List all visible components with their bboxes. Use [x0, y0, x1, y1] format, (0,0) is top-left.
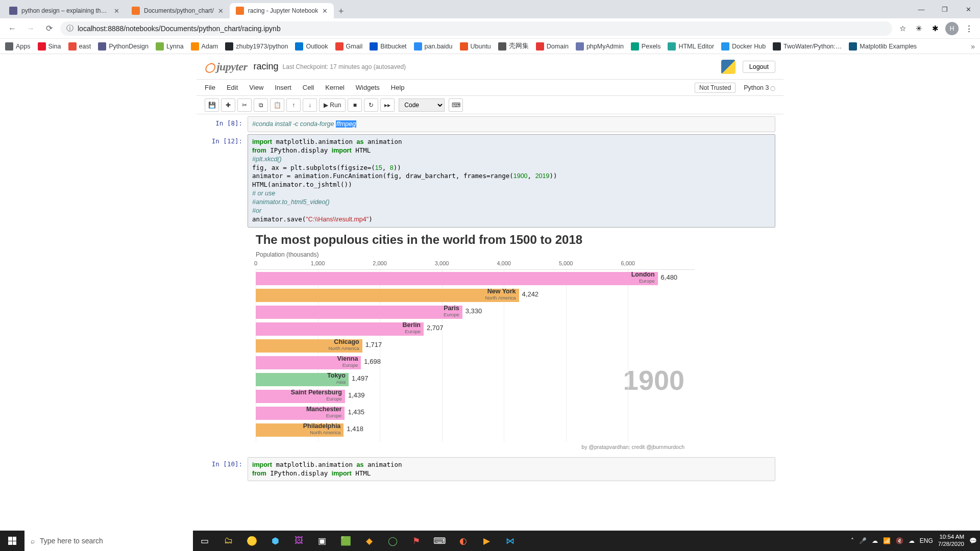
url-bar[interactable]: ⓘ localhost:8888/notebooks/Documents/pyt… [60, 21, 892, 36]
close-window-button[interactable]: ✕ [957, 0, 980, 18]
code-cell[interactable]: In [10]: import matplotlib.animation as … [205, 457, 775, 482]
nav-reload-button[interactable]: ⟳ [42, 21, 56, 36]
save-button[interactable]: 💾 [205, 98, 219, 112]
tray-chevron-icon[interactable]: ˄ [851, 537, 854, 544]
tab-close-icon[interactable]: ✕ [114, 7, 119, 15]
ext-icon-1[interactable]: ✳ [913, 22, 925, 35]
code-cell[interactable]: In [8]: #conda install -c conda-forge ff… [205, 116, 775, 132]
minimize-button[interactable]: — [910, 0, 933, 18]
tray-weather-icon[interactable]: ☁ [909, 537, 915, 544]
tray-notifications-icon[interactable]: 💬 [969, 537, 977, 544]
code-content[interactable]: #conda install -c conda-forge ffmpeg [252, 120, 771, 129]
menu-widgets[interactable]: Widgets [356, 84, 380, 91]
bookmark-item[interactable]: Lynna [156, 42, 184, 51]
command-palette-button[interactable]: ⌨ [449, 98, 463, 112]
menu-file[interactable]: File [205, 84, 215, 91]
nav-back-button[interactable]: ← [5, 21, 19, 36]
bookmarks-overflow[interactable]: » [971, 42, 975, 51]
bookmark-item[interactable]: Pexels [631, 42, 661, 51]
copy-button[interactable]: ⧉ [254, 98, 268, 112]
tab-close-icon[interactable]: ✕ [218, 7, 224, 15]
logout-button[interactable]: Logout [743, 61, 775, 73]
app-icon[interactable]: ◐ [451, 531, 475, 551]
nav-forward-button[interactable]: → [23, 21, 38, 36]
star-icon[interactable]: ☆ [896, 22, 909, 35]
chrome-icon[interactable]: 🟡 [240, 531, 263, 551]
browser-tab[interactable]: Documents/python_chart/✕ [126, 3, 230, 18]
tray-volume-icon[interactable]: 🔇 [896, 537, 903, 544]
menu-kernel[interactable]: Kernel [325, 84, 345, 91]
move-up-button[interactable]: ↑ [286, 98, 301, 112]
menu-view[interactable]: View [249, 84, 263, 91]
app-icon[interactable]: ⌨ [428, 531, 451, 551]
menu-help[interactable]: Help [391, 84, 405, 91]
menu-edit[interactable]: Edit [227, 84, 238, 91]
ext-icon-2[interactable]: ✱ [929, 22, 941, 35]
bookmark-item[interactable]: zhuby1973/python [225, 42, 288, 51]
notebook-name[interactable]: racing [254, 61, 279, 72]
cut-button[interactable]: ✂ [237, 98, 252, 112]
app-icon[interactable]: 🖼 [287, 531, 310, 551]
file-explorer-icon[interactable]: 🗂 [216, 531, 240, 551]
trust-indicator[interactable]: Not Trusted [695, 83, 736, 93]
bookmark-item[interactable]: phpMyAdmin [576, 42, 624, 51]
app-icon[interactable]: 🟩 [334, 531, 357, 551]
bookmark-item[interactable]: pan.baidu [414, 42, 453, 51]
start-button[interactable] [0, 531, 24, 551]
browser-tab[interactable]: racing - Jupyter Notebook✕ [230, 3, 334, 18]
bookmark-item[interactable]: Bitbucket [370, 42, 406, 51]
tray-mic-icon[interactable]: 🎤 [859, 537, 867, 544]
tray-lang[interactable]: ENG [920, 537, 933, 544]
chrome-menu-icon[interactable]: ⋮ [963, 22, 975, 35]
site-info-icon[interactable]: ⓘ [66, 24, 74, 33]
restart-run-all-button[interactable]: ▸▸ [380, 98, 395, 112]
bookmark-item[interactable]: Ubuntu [460, 42, 491, 51]
stop-button[interactable]: ■ [348, 98, 362, 112]
tray-onedrive-icon[interactable]: ☁ [872, 537, 878, 544]
bookmark-item[interactable]: Matplotlib Examples [849, 42, 917, 51]
app-icon[interactable]: ⬢ [263, 531, 287, 551]
code-cell-selected[interactable]: In [12]: import matplotlib.animation as … [205, 134, 775, 228]
bookmark-item[interactable]: east [68, 42, 91, 51]
restart-button[interactable]: ↻ [364, 98, 378, 112]
paste-button[interactable]: 📋 [270, 98, 284, 112]
bookmark-item[interactable]: 壳网集 [498, 42, 529, 51]
jupyter-logo[interactable]: jupyter [205, 60, 248, 73]
bookmark-item[interactable]: TwoWater/Python:… [773, 42, 842, 51]
app-icon[interactable]: ⚑ [404, 531, 428, 551]
tab-close-icon[interactable]: ✕ [322, 7, 328, 15]
menu-cell[interactable]: Cell [303, 84, 314, 91]
code-content[interactable]: import matplotlib.animation as animation… [252, 138, 771, 224]
tray-wifi-icon[interactable]: 📶 [883, 537, 891, 544]
bookmark-label: Lynna [166, 43, 184, 50]
bookmark-item[interactable]: Apps [5, 42, 31, 51]
vscode-icon[interactable]: ⋈ [498, 531, 522, 551]
kernel-indicator[interactable]: Python 3 [744, 84, 775, 91]
maximize-button[interactable]: ❐ [933, 0, 957, 18]
bookmark-item[interactable]: PythonDesign [98, 42, 149, 51]
taskbar-search[interactable]: ⌕ Type here to search [24, 531, 193, 551]
bookmark-item[interactable]: Adam [191, 42, 218, 51]
browser-tab[interactable]: python design – explaining the w✕ [3, 3, 126, 18]
new-tab-button[interactable]: + [334, 4, 348, 18]
run-button[interactable]: ▶ Run [319, 98, 346, 112]
profile-avatar[interactable]: H [945, 22, 959, 35]
bookmark-item[interactable]: Domain [536, 42, 569, 51]
app-icon[interactable]: ◯ [381, 531, 404, 551]
terminal-icon[interactable]: ▣ [310, 531, 334, 551]
bookmark-item[interactable]: Docker Hub [721, 42, 766, 51]
bookmark-item[interactable]: Gmail [335, 42, 363, 51]
bookmark-item[interactable]: Sina [38, 42, 61, 51]
add-cell-button[interactable]: ✚ [221, 98, 235, 112]
bookmark-favicon-icon [668, 42, 676, 51]
tray-clock[interactable]: 10:54 AM7/28/2020 [938, 534, 964, 548]
bookmark-item[interactable]: Outlook [295, 42, 328, 51]
app-icon[interactable]: ▶ [475, 531, 498, 551]
cell-type-select[interactable]: Code [399, 98, 445, 112]
task-view-icon[interactable]: ▭ [193, 531, 216, 551]
code-content[interactable]: import matplotlib.animation as animation… [252, 461, 771, 478]
move-down-button[interactable]: ↓ [303, 98, 317, 112]
menu-insert[interactable]: Insert [275, 84, 291, 91]
app-icon[interactable]: ◆ [357, 531, 381, 551]
bookmark-item[interactable]: HTML Editor [668, 42, 714, 51]
